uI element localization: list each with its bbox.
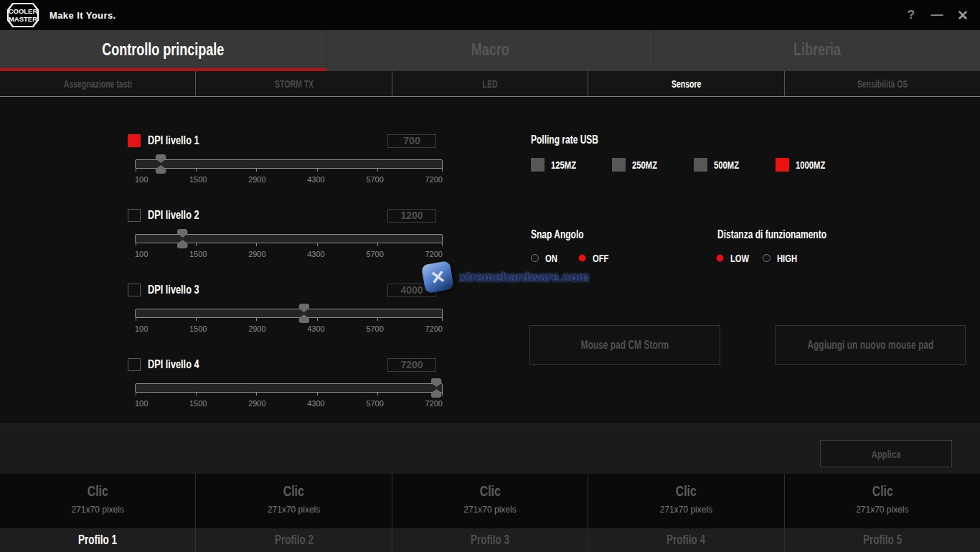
- slider-handle[interactable]: [156, 154, 166, 174]
- dpi-level-3-label: DPI livello 3: [148, 283, 199, 297]
- subtab-led[interactable]: LED: [392, 71, 588, 96]
- tab-libreria[interactable]: Libreria: [653, 30, 980, 71]
- dpi-level-1-label: DPI livello 1: [148, 134, 199, 148]
- high-radio[interactable]: [763, 254, 771, 262]
- profile-slot-row: Clic 271x70 pixels Clic 271x70 pixels Cl…: [0, 474, 980, 528]
- polling-option-1000mz[interactable]: 1000MZ: [776, 157, 835, 172]
- brand-tagline: Make It Yours.: [50, 10, 116, 21]
- snap-off-radio[interactable]: [578, 254, 586, 262]
- lift-distance-high[interactable]: HIGH: [763, 251, 804, 265]
- profile-slot-3[interactable]: Clic 271x70 pixels: [392, 474, 588, 528]
- mousepad-button[interactable]: Mouse pad CM Storm: [529, 325, 720, 365]
- dpi-level-3-checkbox[interactable]: [128, 284, 141, 296]
- minimize-icon[interactable]: —: [927, 5, 947, 25]
- polling-500-checkbox[interactable]: [694, 158, 707, 172]
- dpi-level-1-checkbox[interactable]: [128, 134, 141, 147]
- footer-bar: Applica: [0, 424, 980, 474]
- dpi-level-2-slider[interactable]: [135, 234, 443, 243]
- cooler-master-logo-icon: COOLER MASTER: [6, 2, 39, 28]
- add-mousepad-button[interactable]: Aggiungi un nuovo mouse pad: [775, 325, 966, 365]
- profile-tab-2[interactable]: Profilo 2: [195, 528, 391, 552]
- profile-slot-4[interactable]: Clic 271x70 pixels: [588, 474, 783, 528]
- main-tab-bar: Controllo principale Macro Libreria: [0, 30, 980, 71]
- slider-handle[interactable]: [431, 378, 442, 398]
- snap-on-radio[interactable]: [531, 254, 539, 262]
- slider-track[interactable]: [135, 383, 443, 393]
- profile-slot-2[interactable]: Clic 271x70 pixels: [195, 474, 391, 528]
- dpi-level-3-group: DPI livello 3 4000 100150029004300570072…: [128, 283, 444, 349]
- slider-tick-labels: 10015002900430057007200: [135, 399, 443, 408]
- sensor-panel: DPI livello 1 700 1001500290043005700720…: [0, 98, 980, 424]
- lift-distance-low[interactable]: LOW: [716, 251, 755, 265]
- profile-tab-5[interactable]: Profilo 5: [784, 528, 980, 552]
- titlebar: COOLER MASTER Make It Yours. ? — ✕: [0, 0, 980, 30]
- profile-tab-row: Profilo 1 Profilo 2 Profilo 3 Profilo 4 …: [0, 528, 980, 552]
- polling-rate-title: Polling rate USB: [531, 134, 621, 146]
- profile-slot-5[interactable]: Clic 271x70 pixels: [784, 474, 980, 528]
- dpi-level-4-value[interactable]: 7200: [387, 358, 436, 372]
- tab-macro[interactable]: Macro: [326, 30, 654, 71]
- watermark: ✕ xtremehardware.com: [423, 263, 589, 291]
- slider-tick-labels: 10015002900430057007200: [135, 250, 443, 258]
- dpi-level-2-checkbox[interactable]: [128, 209, 141, 222]
- watermark-text: xtremehardware.com: [459, 270, 589, 285]
- slider-tick-labels: 10015002900430057007200: [135, 324, 443, 333]
- dpi-level-2-value[interactable]: 1200: [387, 209, 436, 223]
- subtab-assegnazione-tasti[interactable]: Assegnazione tasti: [0, 71, 195, 96]
- dpi-level-4-group: DPI livello 4 7200 100150029004300570072…: [128, 357, 444, 424]
- polling-option-125mz[interactable]: 125MZ: [531, 157, 585, 172]
- polling-option-250mz[interactable]: 250MZ: [612, 157, 666, 172]
- lift-distance-title: Distanza di funzionamento: [717, 228, 863, 241]
- dpi-level-1-slider[interactable]: [135, 159, 443, 169]
- subtab-sensore[interactable]: Sensore: [588, 71, 783, 96]
- snap-angle-title: Snap Angolo: [531, 228, 601, 241]
- subtab-sensibilita-os[interactable]: Sensibilità OS: [784, 71, 980, 96]
- dpi-level-4-checkbox[interactable]: [128, 358, 141, 371]
- dpi-level-1-value[interactable]: 700: [387, 134, 436, 148]
- slider-track[interactable]: [135, 309, 443, 318]
- slider-handle[interactable]: [298, 304, 309, 323]
- close-icon[interactable]: ✕: [953, 5, 973, 25]
- help-icon[interactable]: ?: [901, 5, 921, 25]
- dpi-level-2-label: DPI livello 2: [148, 208, 199, 223]
- polling-125-checkbox[interactable]: [531, 158, 545, 172]
- apply-button[interactable]: Applica: [820, 440, 952, 467]
- slider-tick-labels: 10015002900430057007200: [135, 175, 443, 184]
- dpi-level-4-label: DPI livello 4: [148, 357, 199, 372]
- subtab-storm-tx[interactable]: STORM TX: [195, 71, 391, 96]
- profile-tab-4[interactable]: Profilo 4: [588, 528, 783, 552]
- low-radio[interactable]: [716, 254, 724, 262]
- slider-handle[interactable]: [177, 229, 188, 248]
- dpi-level-1-group: DPI livello 1 700 1001500290043005700720…: [128, 134, 444, 200]
- profile-tab-3[interactable]: Profilo 3: [392, 528, 588, 552]
- dpi-level-4-slider[interactable]: [135, 383, 443, 393]
- polling-250-checkbox[interactable]: [612, 158, 626, 172]
- svg-text:MASTER: MASTER: [9, 15, 37, 23]
- dpi-level-3-slider[interactable]: [135, 309, 443, 318]
- svg-text:COOLER: COOLER: [9, 7, 38, 15]
- sub-tab-bar: Assegnazione tasti STORM TX LED Sensore …: [0, 71, 980, 97]
- app-window: COOLER MASTER Make It Yours. ? — ✕ Contr…: [0, 0, 980, 552]
- tab-controllo-principale[interactable]: Controllo principale: [0, 30, 326, 71]
- window-controls: ? — ✕: [901, 0, 973, 30]
- slider-track[interactable]: [135, 159, 443, 169]
- xtremehardware-logo-icon: ✕: [421, 261, 454, 294]
- profile-tab-1[interactable]: Profilo 1: [0, 528, 195, 552]
- polling-1000-checkbox[interactable]: [776, 158, 789, 172]
- profile-slot-1[interactable]: Clic 271x70 pixels: [0, 474, 195, 528]
- dpi-level-2-group: DPI livello 2 1200 100150029004300570072…: [128, 208, 444, 274]
- polling-option-500mz[interactable]: 500MZ: [694, 157, 748, 172]
